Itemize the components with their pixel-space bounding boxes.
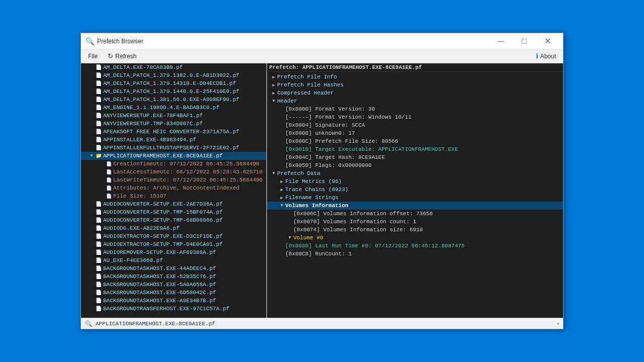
list-item[interactable]: 📄BACKGROUNDTASKHOST.EXE-5A0A658A.pf [81,281,266,289]
list-item[interactable]: 📄ANYVIEWERSETUP.EXE-78F4BAF1.pf [81,112,266,120]
node-label: Compressed Header [277,90,334,96]
node-label: Prefetch File Hashes [277,82,344,88]
menu-refresh-label: Refresh [115,53,136,60]
tree-node[interactable]: ▶Prefetch File Info [267,73,563,81]
node-label: [0x00C8] RunCount: 1 [285,251,352,257]
tree-node[interactable]: [0x0008] unknown0: 17 [267,129,563,137]
node-label: Header [277,98,297,104]
list-item[interactable]: 📄BACKGROUNDTASKHOST.EXE-A9E34B7B.pf [81,297,266,305]
menu-refresh[interactable]: ↻ Refresh [103,50,141,62]
tree-node[interactable]: [------] Format Version: Windows 10/11 [267,113,563,121]
status-text: APPLICATIONFRAMEHOST.EXE-8CE9A1EE.pf [96,321,215,327]
list-item[interactable]: 📄BACKGROUNDTASKHOST.EXE-44ADEEC4.pf [81,264,266,273]
sub-item-label: LastWriteTimeUtc: 07/12/2022 06:45:25.56… [112,177,263,183]
status-icon: 🔍 [85,320,93,327]
tree-node[interactable]: ▼Prefetch Data [267,169,563,177]
list-item[interactable]: 📄AM_ENGINE_1.1.19800.4.E-BADAB3C0.pf [81,104,266,112]
list-item-label: AM_DELTA_PATCH_1.379.1440.0.E-25F410E9.p… [102,88,239,95]
tree-node[interactable]: ▶Compressed Header [267,89,563,97]
tree-node[interactable]: ▶Trace Chains (6923) [267,186,563,194]
right-panel[interactable]: Prefetch: APPLICATIONFRAMEHOST.EXE-8CE9A… [267,63,563,318]
about-icon: ℹ [536,52,538,60]
list-item-label: BACKGROUNDTASKHOST.EXE-44ADEEC4.pf [102,265,216,272]
list-item[interactable]: 📄AM_DELTA_PATCH_1.381.56.0.EXE-A008EF90.… [81,96,266,104]
tree-node[interactable]: ▶Filename Strings [267,194,563,202]
list-item-label: AM_DELTA_PATCH_1.379.1382.0.E-AB1D3022.p… [102,72,239,78]
node-label: [0x000C] Prefetch File Size: 80566 [285,138,398,144]
sub-item-label: Attributes: Archive, NotContentIndexed [112,185,239,191]
tree-node[interactable]: [0x0050] Flags: 0x00000000 [267,161,563,169]
node-label: [0x0080] Last Run Time #0: 07/12/2022 06… [285,243,464,249]
menu-about[interactable]: ℹ About [531,50,561,62]
tree-node[interactable]: [0x006C] Volumes information offset: 736… [267,210,563,218]
list-item-label: BACKGROUNDTASKHOST.EXE-A9E34B7B.pf [102,298,216,304]
list-item[interactable]: 📄AM_DELTA_PATCH_1.379.14310.E-D04ECDB1.p… [81,79,266,87]
list-item[interactable]: 📄AM_DELTA.EXE-78CA83B0.pf [81,63,266,71]
list-item-label: APPINSTALLERFULLTRUSTAPPSERVI-2F721E02.p… [102,145,239,151]
menu-bar: File ↻ Refresh ℹ About [81,49,563,63]
tree-node[interactable]: ▼Volume #0 [267,234,563,242]
tree-node[interactable]: ▶File Metrics (96) [267,177,563,186]
list-item-label: AM_DELTA_PATCH_1.381.56.0.EXE-A008EF90.p… [102,97,239,103]
tree-node[interactable]: [0x0000] Format Version: 30 [267,105,563,113]
left-panel[interactable]: 📄AM_DELTA.EXE-78CA83B0.pf 📄AM_DELTA_PATC… [81,63,267,318]
list-item-label: BACKGROUNDTRANSFERHOST.EXE-97C1C57A.pf [102,306,229,312]
list-item-label: AU_EXE-F4EE3668.pf [102,257,163,263]
list-item[interactable]: ▼📁APPLICATIONFRAMEHOST.EXE-8CE9A1EE.pf [81,152,266,160]
list-item[interactable]: 📄AUDIOEXTRACTOR-SETUP.EXE-D3C1F1DE.pf [81,232,266,240]
list-item: 📄Attributes: Archive, NotContentIndexed [81,184,266,192]
list-item-label: AUDIOREMOVER-SETUP.EXE-AF69388A.pf [102,249,216,255]
list-item[interactable]: 📄BACKGROUNDTASKHOST.EXE-52B35C76.pf [81,273,266,281]
list-item-label: ANYVIEWERSETUP.EXE-78F4BAF1.pf [102,113,203,119]
list-item: 📄File Size: 15107 [81,192,266,200]
node-label: [0x0010] Target Executable: APPLICATIONF… [285,146,458,152]
close-button[interactable]: ✕ [536,33,559,49]
node-label: [0x004C] Target Hash: 8CE9A1EE [285,154,385,160]
node-label: [------] Format Version: Windows 10/11 [285,114,412,120]
list-item[interactable]: 📄BACKGROUNDTASKHOST.EXE-6D58042C.pf [81,289,266,297]
list-item-label: ANYVIEWERSETUP.TMP-834D907C.pf [102,121,203,127]
tree-node[interactable]: [0x0004] Signature: SCCA [267,121,563,129]
tree-node[interactable]: ▼Volumes Information [267,202,563,210]
list-item[interactable]: 📄AU_EXE-F4EE3668.pf [81,256,266,264]
list-item-label: AM_ENGINE_1.1.19800.4.E-BADAB3C0.pf [102,105,219,111]
tree-node[interactable]: [0x0070] Volumes Information count: 1 [267,218,563,226]
list-item-label: BACKGROUNDTASKHOST.EXE-6D58042C.pf [102,290,216,296]
list-item-label: AUDIOCONVERTER-SETUP.EXE-2AE7D36A.pf [102,201,223,207]
list-item[interactable]: 📄AUDIOEXTRACTOR-SETUP.TMP-04E0CA01.pf [81,240,266,248]
node-label: [0x0070] Volumes Information count: 1 [293,219,416,225]
tree-node[interactable]: [0x00C8] RunCount: 1 [267,250,563,258]
list-item[interactable]: 📄APEAKSOFT FREE HEIC CONVERTER-2371A75A.… [81,128,266,136]
list-item[interactable]: 📄AM_DELTA_PATCH_1.379.1382.0.E-AB1D3022.… [81,71,266,79]
list-item[interactable]: 📄AUDIOREMOVER-SETUP.EXE-AF69388A.pf [81,248,266,256]
tree-node[interactable]: [0x000C] Prefetch File Size: 80566 [267,137,563,145]
list-item-label: BACKGROUNDTASKHOST.EXE-52B35C76.pf [102,274,216,280]
tree-node[interactable]: [0x0074] Volumes Information size: 6910 [267,226,563,234]
tree-node[interactable]: ▶Prefetch File Hashes [267,81,563,89]
status-bar: 🔍 APPLICATIONFRAMEHOST.EXE-8CE9A1EE.pf ▪ [81,318,563,329]
sub-item-label: LastAccessTimeUtc: 08/12/2022 05:28:43.6… [112,169,263,175]
node-label: [0x0004] Signature: SCCA [285,122,365,128]
node-label: Filename Strings [285,195,339,201]
list-item-label: AM_DELTA.EXE-78CA83B0.pf [102,64,183,70]
tree-node[interactable]: [0x0080] Last Run Time #0: 07/12/2022 06… [267,242,563,250]
list-item[interactable]: 📄AUDIOCONVERTER-SETUP.EXE-2AE7D36A.pf [81,200,266,208]
maximize-button[interactable]: □ [513,33,536,49]
list-item-label: AUDIOCONVERTER-SETUP.TMP-68B08866.pf [102,217,223,223]
tree-node[interactable]: [0x004C] Target Hash: 8CE9A1EE [267,153,563,161]
list-item[interactable]: 📄APPINSTALLER.EXE-4B983494.pf [81,136,266,144]
list-item[interactable]: 📄AM_DELTA_PATCH_1.379.1440.0.E-25F410E9.… [81,87,266,96]
list-item[interactable]: 📄APPINSTALLERFULLTRUSTAPPSERVI-2F721E02.… [81,144,266,152]
window-controls: ─ □ ✕ [490,33,559,49]
tree-node[interactable]: [0x0010] Target Executable: APPLICATIONF… [267,145,563,153]
node-label: Volume #0 [293,235,323,241]
list-item[interactable]: 📄ANYVIEWERSETUP.TMP-834D907C.pf [81,120,266,128]
tree-node[interactable]: ▼Header [267,97,563,105]
list-item[interactable]: 📄BACKGROUNDTRANSFERHOST.EXE-97C1C57A.pf [81,305,266,313]
list-item[interactable]: 📄AUDIOCONVERTER-SETUP.TMP-68B08866.pf [81,216,266,224]
title-bar: 🔍 Prefetch Browser ─ □ ✕ [81,33,563,49]
minimize-button[interactable]: ─ [490,33,513,49]
menu-file[interactable]: File [83,51,103,62]
list-item[interactable]: 📄AUDIODG.EXE-AB22E9A6.pf [81,224,266,232]
list-item[interactable]: 📄AUDIOCONVERTER-SETUP.TMP-15BF074A.pf [81,208,266,216]
